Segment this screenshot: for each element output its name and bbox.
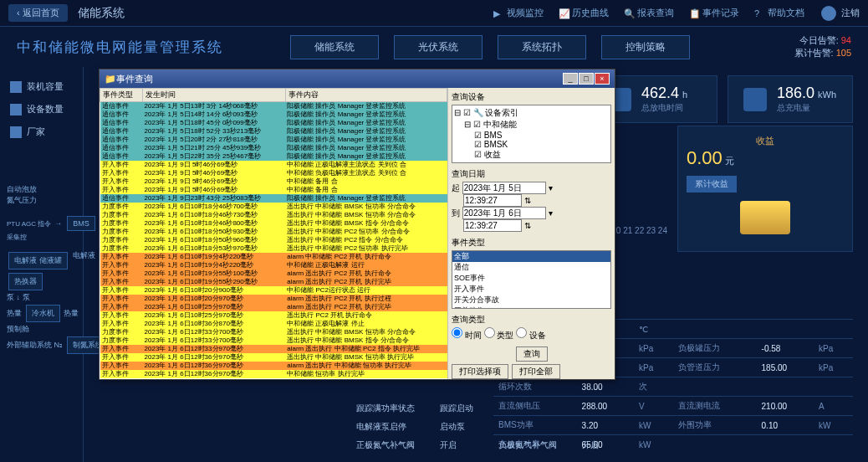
profit-header: 收益 bbox=[687, 135, 844, 147]
event-row[interactable]: 开入事件2023年 1月 6日10时19分55秒290毫秒alarm 遥出执行 … bbox=[100, 278, 447, 286]
event-row[interactable]: 通信事件2023年 1月 5日20时 2分 27秒818毫秒阳极储能 操作员 M… bbox=[100, 136, 447, 144]
nav-help[interactable]: ?帮助文档 bbox=[754, 7, 804, 19]
search-icon: 🔍 bbox=[624, 8, 634, 18]
event-query-dialog: 📁 事件查询 _ □ × 事件类型 发生时间 事件内容 通信事件2023年 1月… bbox=[99, 69, 615, 380]
system-title: 中和储能微电网能量管理系统 bbox=[17, 38, 223, 57]
top-nav: ▶视频监控 📈历史曲线 🔍报表查询 📋事件记录 ?帮助文档 bbox=[493, 7, 804, 19]
heat-box: 热换器 bbox=[8, 273, 43, 290]
event-type-list[interactable]: 全部通信SOE事件开入事件开关分合事故开关动作力度事件遥控事件通讯正常 bbox=[452, 250, 611, 309]
avatar-icon bbox=[821, 6, 836, 21]
nav-report[interactable]: 🔍报表查询 bbox=[624, 7, 674, 19]
query-type-label: 查询类型 bbox=[452, 314, 611, 326]
tab-pv[interactable]: 光伏系统 bbox=[394, 35, 483, 59]
event-row[interactable]: 通信事件2023年 1月 5日18时 52分 33秒213毫秒阳极储能 操作员 … bbox=[100, 127, 447, 136]
event-row[interactable]: 开入事件2023年 1月 9日 5时46分69毫秒中和储能 备用 合 bbox=[100, 186, 447, 194]
event-row[interactable]: 通信事件2023年 1月 5日21时 25分 45秒939毫秒阳极储能 操作员 … bbox=[100, 144, 447, 152]
print-selected-button[interactable]: 打印选择项 bbox=[452, 364, 508, 379]
event-row[interactable]: 通信事件2023年 1月 5日18时 45分 0秒099毫秒阳极储能 操作员 M… bbox=[100, 119, 447, 127]
col-type[interactable]: 事件类型 bbox=[100, 89, 143, 102]
event-row[interactable]: 通信事件2023年 1月 5日14时 14分 6秒093毫秒阳极储能 操作员 M… bbox=[100, 110, 447, 119]
nav-history[interactable]: 📈历史曲线 bbox=[559, 7, 609, 19]
dialog-titlebar[interactable]: 📁 事件查询 _ □ × bbox=[100, 69, 615, 88]
energy-icon bbox=[743, 88, 767, 111]
total-profit-button[interactable]: 累计收益 bbox=[687, 176, 737, 192]
device-tree-label: 查询设备 bbox=[452, 91, 611, 103]
cold-box: 冷水机 bbox=[26, 305, 60, 322]
video-icon: ▶ bbox=[493, 8, 503, 18]
event-row[interactable]: 开入事件2023年 1月 6日10时19分4秒220毫秒中和储能 正极电解液 运… bbox=[100, 261, 447, 270]
header: 中和储能微电网能量管理系统 储能系统 光伏系统 系统拓扑 控制策略 今日告警: … bbox=[0, 27, 868, 67]
page-title: 储能系统 bbox=[78, 6, 125, 21]
event-row[interactable]: 开入事件2023年 1月 6日12时36分970毫秒遥出执行 中和储能 BMSK… bbox=[100, 353, 447, 362]
event-row[interactable]: 力度事件2023年 1月 6日10时18分50秒960毫秒遥出执行 中和储能 P… bbox=[100, 236, 447, 244]
event-row[interactable]: 开入事件2023年 1月 6日12时36分970毫秒中和储能 恒功率 执行完毕 bbox=[100, 370, 447, 378]
event-row[interactable]: 力度事件2023年 1月 6日10时18分46秒700毫秒遥出执行 中和储能 B… bbox=[100, 203, 447, 211]
back-button[interactable]: ‹ 返回首页 bbox=[8, 4, 68, 22]
topbar: ‹ 返回首页 储能系统 ▶视频监控 📈历史曲线 🔍报表查询 📋事件记录 ?帮助文… bbox=[0, 0, 868, 27]
col-time[interactable]: 发生时间 bbox=[143, 89, 286, 102]
device-tree[interactable]: ⊟ ☑ 🔧 设备索引 ⊟ ☑ 中和储能 ☑ BMS ☑ BMSK ☑ 收益 bbox=[452, 105, 611, 163]
event-row[interactable]: 开入事件2023年 1月 6日10时36分870毫秒中和储能 正极电解液 停止 bbox=[100, 320, 447, 328]
main-tabs: 储能系统 光伏系统 系统拓扑 控制策略 bbox=[290, 35, 690, 59]
sidebar-vendor[interactable]: 厂家 bbox=[7, 121, 76, 143]
event-row[interactable]: 开入事件2023年 1月 6日10时25分970毫秒遥出执行 PC2 开机 执行… bbox=[100, 311, 447, 320]
device-icon bbox=[10, 104, 22, 116]
help-icon: ? bbox=[754, 8, 764, 18]
event-row[interactable]: 开入事件2023年 1月 6日12时33分970毫秒alarm 遥出执行 中和储… bbox=[100, 345, 447, 353]
event-row[interactable]: 力度事件2023年 1月 6日10时18分50秒930毫秒遥出执行 中和储能 P… bbox=[100, 228, 447, 236]
profit-card: 收益 0.00 元 累计收益 bbox=[677, 126, 853, 252]
nav-video[interactable]: ▶视频监控 bbox=[493, 7, 544, 19]
folder-icon: 📁 bbox=[105, 74, 116, 85]
tab-strategy[interactable]: 控制策略 bbox=[601, 35, 690, 59]
bottom-controls: 跟踪满功率状态跟踪启动电解液泵启停启动泵正极氮气补气阀开启负极氮气补气阀开启 bbox=[343, 398, 637, 455]
radio-time[interactable]: 时间 bbox=[452, 331, 482, 340]
event-row[interactable]: 力度事件2023年 1月 6日10时18分53秒970毫秒遥出执行 中和储能 P… bbox=[100, 244, 447, 253]
radio-class[interactable]: 类型 bbox=[484, 331, 514, 340]
coin-icon bbox=[740, 201, 790, 234]
event-row[interactable]: 开入事件2023年 1月 6日10时19分55秒100毫秒alarm 遥出执行 … bbox=[100, 270, 447, 278]
event-row[interactable]: 力度事件2023年 1月 6日10时18分46秒730毫秒遥出执行 中和储能 B… bbox=[100, 211, 447, 219]
col-content[interactable]: 事件内容 bbox=[285, 89, 447, 102]
event-row[interactable]: 开入事件2023年 1月 9日 5时46分69毫秒中和储能 负极电解液主流状态 … bbox=[100, 169, 447, 177]
event-row[interactable]: 通信事件2023年 1月 9日23时 43分 25秒083毫秒阳极储能 操作员 … bbox=[100, 194, 447, 203]
sidebar-capacity[interactable]: 装机容量 bbox=[7, 75, 76, 98]
from-time-input[interactable] bbox=[463, 194, 522, 207]
nav-events[interactable]: 📋事件记录 bbox=[689, 7, 739, 19]
event-row[interactable]: 力度事件2023年 1月 6日12时33分700毫秒遥出执行 中和储能 BMSK… bbox=[100, 328, 447, 336]
event-type-label: 事件类型 bbox=[452, 237, 611, 249]
to-time-input[interactable] bbox=[463, 219, 522, 232]
query-button[interactable]: 查询 bbox=[516, 346, 548, 362]
event-row[interactable]: 开入事件2023年 1月 6日10时20分900毫秒中和储能 PC2运行状态 运… bbox=[100, 286, 447, 295]
event-row[interactable]: 开入事件2023年 1月 6日10时25分970毫秒alarm 遥出执行 PC2… bbox=[100, 303, 447, 311]
maximize-button[interactable]: □ bbox=[579, 73, 594, 85]
to-date-input[interactable] bbox=[462, 207, 546, 219]
radio-device[interactable]: 设备 bbox=[516, 331, 546, 340]
tab-storage[interactable]: 储能系统 bbox=[290, 35, 379, 59]
user-menu[interactable]: 注销 bbox=[821, 6, 860, 21]
vendor-icon bbox=[10, 126, 22, 138]
bms-box[interactable]: BMS bbox=[67, 216, 95, 231]
sidebar-devices[interactable]: 设备数量 bbox=[7, 98, 76, 121]
list-icon: 📋 bbox=[689, 8, 699, 18]
event-row[interactable]: 力度事件2023年 1月 6日12时33分700毫秒遥出执行 中和储能 BMSK… bbox=[100, 336, 447, 345]
event-row[interactable]: 开入事件2023年 1月 9日 5时46分69毫秒中和储能 备用 合 bbox=[100, 177, 447, 186]
event-row[interactable]: 开入事件2023年 1月 6日10时19分4秒220毫秒alarm 中和储能 P… bbox=[100, 253, 447, 261]
query-panel: 查询设备 ⊟ ☑ 🔧 设备索引 ⊟ ☑ 中和储能 ☑ BMS ☑ BMSK ☑ … bbox=[447, 88, 615, 379]
event-row[interactable]: 开入事件2023年 1月 9日 5时46分69毫秒中和储能 正极电解液主流状态 … bbox=[100, 161, 447, 169]
event-row[interactable]: 通信事件2023年 1月 5日13时 3分 14秒068毫秒阳极储能 操作员 M… bbox=[100, 102, 447, 111]
tab-topology[interactable]: 系统拓扑 bbox=[498, 35, 586, 59]
stat-charge-energy: 186.0kWh总充电量 bbox=[728, 75, 853, 123]
from-date-input[interactable] bbox=[462, 182, 546, 194]
tank-box: 电解液 储液罐 bbox=[8, 252, 68, 270]
event-row[interactable]: 通信事件2023年 1月 5日22时 35分 25秒467毫秒阳极储能 操作员 … bbox=[100, 152, 447, 161]
dialog-title: 事件查询 bbox=[116, 73, 153, 85]
event-row[interactable]: 力度事件2023年 1月 6日10时18分46秒800毫秒遥出执行 中和储能 B… bbox=[100, 219, 447, 228]
print-all-button[interactable]: 打印全部 bbox=[512, 364, 560, 379]
event-row[interactable]: 开入事件2023年 1月 6日10时20分970毫秒alarm 遥出执行 PC2… bbox=[100, 295, 447, 303]
close-button[interactable]: × bbox=[595, 73, 610, 85]
timeline: 20 21 22 23 24 bbox=[611, 226, 667, 235]
event-table[interactable]: 事件类型 发生时间 事件内容 通信事件2023年 1月 5日13时 3分 14秒… bbox=[100, 88, 447, 379]
alarm-summary: 今日告警: 94 累计告警: 105 bbox=[794, 34, 851, 59]
event-row[interactable]: 开入事件2023年 1月 6日12时36分970毫秒alarm 遥出执行 中和储… bbox=[100, 362, 447, 370]
minimize-button[interactable]: _ bbox=[563, 73, 578, 85]
